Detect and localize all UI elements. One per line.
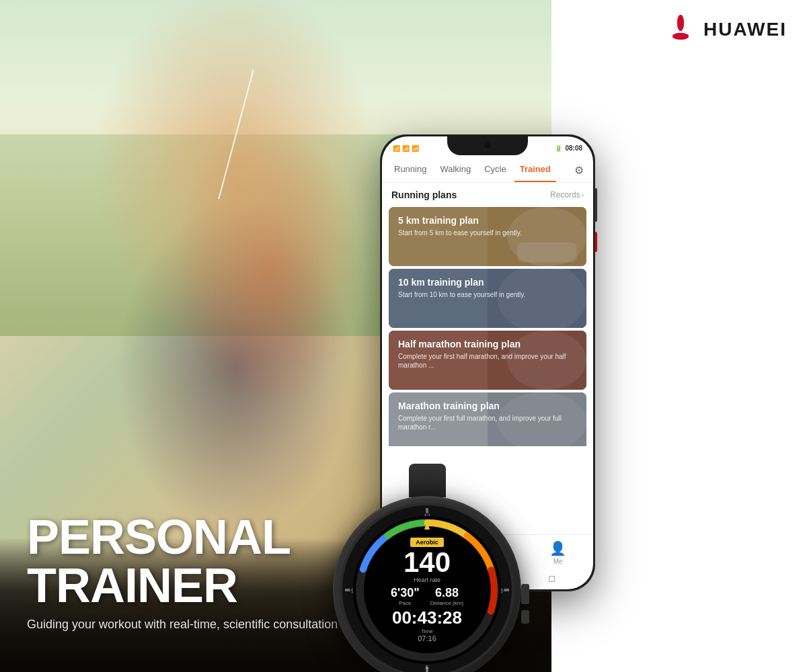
watch-content: Aerobic 140 Heart rate 6'30" Pace 6.88 D… bbox=[391, 538, 463, 642]
watch-bezel: 12 3 6 9 bbox=[340, 503, 514, 672]
svg-text:6: 6 bbox=[426, 664, 429, 671]
status-time: 08:08 bbox=[565, 144, 582, 152]
watch-distance: 6.88 Distance (km) bbox=[430, 586, 463, 606]
running-plans-header: Running plans Records › bbox=[382, 183, 593, 204]
plan-cards-container: 5 km training plan Start from 5 km to ea… bbox=[382, 204, 593, 446]
watch-side-btn bbox=[521, 610, 529, 624]
card-5km-title: 5 km training plan bbox=[398, 215, 522, 226]
signal-icon: 📶 bbox=[393, 145, 400, 152]
tab-trained[interactable]: Trained bbox=[514, 160, 556, 182]
app-tabs: Running Walking Cycle Trained ⚙ bbox=[382, 155, 593, 183]
huawei-brand-name: HUAWEI bbox=[703, 19, 787, 40]
status-left: 📶 📶 📶 bbox=[393, 145, 419, 152]
watch-distance-value: 6.88 bbox=[430, 586, 463, 600]
watch-time-label: Time bbox=[421, 628, 432, 634]
wifi-icon: 📶 bbox=[412, 145, 419, 152]
records-label: Records bbox=[550, 190, 580, 200]
card-half-content: Half marathon training plan Complete you… bbox=[389, 331, 586, 378]
svg-point-3 bbox=[672, 33, 689, 40]
huawei-logo-icon bbox=[664, 13, 697, 46]
hero-text-block: PERSONAL TRAINER Guiding your workout wi… bbox=[27, 513, 338, 632]
watch-bottom-num: 07:16 bbox=[418, 634, 436, 642]
watch-zone-badge: Aerobic bbox=[410, 538, 444, 547]
watch-pace-value: 6'30" bbox=[391, 586, 420, 600]
watch-pace: 6'30" Pace bbox=[391, 586, 420, 606]
svg-rect-19 bbox=[345, 589, 350, 591]
plan-card-5km[interactable]: 5 km training plan Start from 5 km to ea… bbox=[389, 207, 586, 266]
watch-metrics: 6'30" Pace 6.88 Distance (km) bbox=[391, 586, 463, 606]
watch-distance-label: Distance (km) bbox=[430, 600, 463, 606]
tab-running[interactable]: Running bbox=[389, 160, 432, 182]
card-10km-title: 10 km training plan bbox=[398, 277, 525, 288]
battery-icon: 🔋 bbox=[555, 145, 562, 152]
plan-card-10km[interactable]: 10 km training plan Start from 10 km to … bbox=[389, 269, 586, 328]
card-marathon-title: Marathon training plan bbox=[398, 401, 577, 411]
watch-pace-label: Pace bbox=[391, 600, 420, 606]
settings-icon[interactable]: ⚙ bbox=[572, 160, 586, 182]
watch-screen: Aerobic 140 Heart rate 6'30" Pace 6.88 D… bbox=[353, 516, 501, 664]
card-half-title: Half marathon training plan bbox=[398, 339, 577, 349]
watch-time-value: 00:43:28 bbox=[392, 607, 462, 628]
hero-title: PERSONAL TRAINER bbox=[27, 513, 338, 610]
watch-crown bbox=[521, 584, 529, 604]
card-half-desc: Complete your first half marathon, and i… bbox=[398, 352, 577, 370]
card-marathon-content: Marathon training plan Complete your fir… bbox=[389, 392, 586, 439]
svg-point-2 bbox=[677, 15, 684, 31]
card-10km-content: 10 km training plan Start from 10 km to … bbox=[389, 269, 535, 307]
tab-walking[interactable]: Walking bbox=[434, 160, 476, 182]
watch-heart-rate: 140 bbox=[404, 548, 451, 577]
running-plans-title: Running plans bbox=[391, 190, 457, 200]
nav-me[interactable]: 👤 Me bbox=[523, 540, 593, 566]
me-icon: 👤 bbox=[549, 540, 566, 556]
watch-outer: 12 3 6 9 bbox=[333, 496, 521, 672]
hero-title-line1: PERSONAL bbox=[27, 513, 338, 561]
huawei-logo: HUAWEI bbox=[664, 13, 787, 46]
plan-card-marathon[interactable]: Marathon training plan Complete your fir… bbox=[389, 392, 586, 446]
records-chevron-icon: › bbox=[582, 192, 584, 199]
card-10km-desc: Start from 10 km to ease yourself in gen… bbox=[398, 290, 525, 299]
card-marathon-desc: Complete your first full marathon, and i… bbox=[398, 414, 577, 431]
watch-mockup: 12 3 6 9 bbox=[330, 464, 525, 659]
plan-card-half-marathon[interactable]: Half marathon training plan Complete you… bbox=[389, 331, 586, 390]
hero-title-line2: TRAINER bbox=[27, 561, 338, 610]
records-link[interactable]: Records › bbox=[550, 190, 584, 200]
watch-hr-label: Heart rate bbox=[414, 577, 440, 583]
signal-icon2: 📶 bbox=[402, 145, 410, 152]
svg-rect-20 bbox=[504, 589, 509, 591]
status-right: 🔋 08:08 bbox=[555, 144, 582, 152]
nav-me-label: Me bbox=[553, 558, 563, 565]
android-recent-icon[interactable]: □ bbox=[549, 573, 555, 584]
tab-cycle[interactable]: Cycle bbox=[479, 160, 512, 182]
card-5km-desc: Start from 5 km to ease yourself in gent… bbox=[398, 228, 522, 237]
phone-notch bbox=[447, 136, 528, 155]
card-5km-content: 5 km training plan Start from 5 km to ea… bbox=[389, 207, 531, 245]
hero-subtitle: Guiding your workout with real-time, sci… bbox=[27, 618, 338, 632]
watch-band-top bbox=[409, 464, 446, 497]
